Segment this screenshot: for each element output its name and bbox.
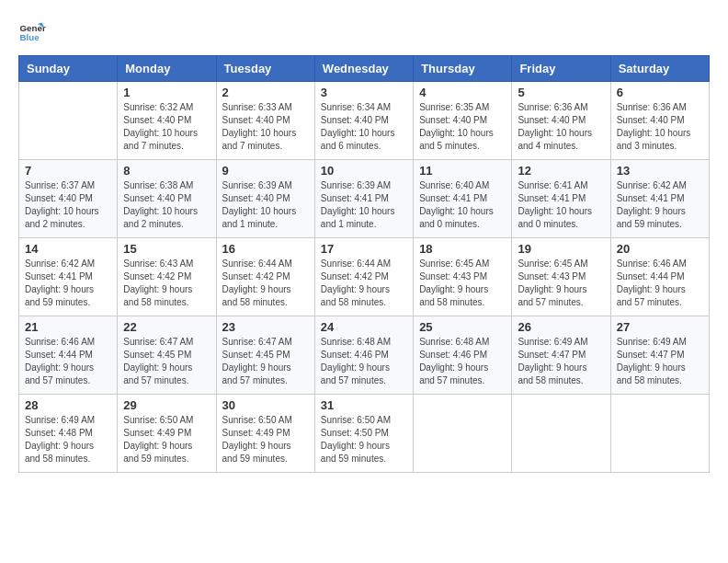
calendar-week-row: 14Sunrise: 6:42 AMSunset: 4:41 PMDayligh… <box>19 238 710 316</box>
day-number: 31 <box>321 398 407 412</box>
calendar-cell: 26Sunrise: 6:49 AMSunset: 4:47 PMDayligh… <box>512 316 610 395</box>
day-number: 7 <box>25 164 111 178</box>
calendar-cell: 13Sunrise: 6:42 AMSunset: 4:41 PMDayligh… <box>610 160 709 238</box>
calendar-cell: 7Sunrise: 6:37 AMSunset: 4:40 PMDaylight… <box>19 160 118 238</box>
day-number: 13 <box>617 164 703 178</box>
logo-icon: General Blue <box>18 18 46 46</box>
day-info: Sunrise: 6:40 AMSunset: 4:41 PMDaylight:… <box>419 179 506 231</box>
day-info: Sunrise: 6:49 AMSunset: 4:47 PMDaylight:… <box>617 336 703 387</box>
calendar-week-row: 7Sunrise: 6:37 AMSunset: 4:40 PMDaylight… <box>19 160 710 238</box>
day-info: Sunrise: 6:36 AMSunset: 4:40 PMDaylight:… <box>518 101 604 153</box>
calendar-cell: 30Sunrise: 6:50 AMSunset: 4:49 PMDayligh… <box>216 395 314 473</box>
day-info: Sunrise: 6:48 AMSunset: 4:46 PMDaylight:… <box>419 336 506 387</box>
calendar-week-row: 21Sunrise: 6:46 AMSunset: 4:44 PMDayligh… <box>19 316 710 395</box>
page-header: General Blue <box>18 18 710 46</box>
day-number: 10 <box>321 164 407 178</box>
calendar-cell: 12Sunrise: 6:41 AMSunset: 4:41 PMDayligh… <box>512 160 610 238</box>
day-info: Sunrise: 6:48 AMSunset: 4:46 PMDaylight:… <box>321 336 407 387</box>
day-number: 11 <box>419 164 506 178</box>
day-info: Sunrise: 6:42 AMSunset: 4:41 PMDaylight:… <box>25 258 111 309</box>
day-number: 25 <box>419 320 506 334</box>
calendar-cell: 20Sunrise: 6:46 AMSunset: 4:44 PMDayligh… <box>610 238 709 316</box>
day-number: 9 <box>222 164 309 178</box>
day-info: Sunrise: 6:42 AMSunset: 4:41 PMDaylight:… <box>617 179 703 231</box>
day-info: Sunrise: 6:45 AMSunset: 4:43 PMDaylight:… <box>419 258 506 309</box>
day-number: 21 <box>25 320 111 334</box>
calendar-cell: 14Sunrise: 6:42 AMSunset: 4:41 PMDayligh… <box>19 238 118 316</box>
day-info: Sunrise: 6:39 AMSunset: 4:40 PMDaylight:… <box>222 179 309 231</box>
calendar-cell: 6Sunrise: 6:36 AMSunset: 4:40 PMDaylight… <box>610 82 709 160</box>
day-number: 3 <box>321 86 407 99</box>
calendar-cell <box>610 395 709 473</box>
day-of-week-header: Sunday <box>19 56 118 82</box>
day-number: 2 <box>222 86 309 99</box>
calendar-cell: 3Sunrise: 6:34 AMSunset: 4:40 PMDaylight… <box>314 82 413 160</box>
day-info: Sunrise: 6:50 AMSunset: 4:50 PMDaylight:… <box>321 414 407 465</box>
calendar-cell: 8Sunrise: 6:38 AMSunset: 4:40 PMDaylight… <box>118 160 216 238</box>
calendar-cell: 25Sunrise: 6:48 AMSunset: 4:46 PMDayligh… <box>414 316 512 395</box>
day-info: Sunrise: 6:45 AMSunset: 4:43 PMDaylight:… <box>518 258 604 309</box>
day-number: 12 <box>518 164 604 178</box>
day-info: Sunrise: 6:34 AMSunset: 4:40 PMDaylight:… <box>321 101 407 153</box>
day-of-week-header: Friday <box>512 56 610 82</box>
day-number: 22 <box>123 320 210 334</box>
calendar-cell: 22Sunrise: 6:47 AMSunset: 4:45 PMDayligh… <box>118 316 216 395</box>
calendar-cell: 10Sunrise: 6:39 AMSunset: 4:41 PMDayligh… <box>314 160 413 238</box>
day-number: 23 <box>222 320 309 334</box>
day-number: 24 <box>321 320 407 334</box>
calendar-cell <box>19 82 118 160</box>
day-number: 19 <box>518 242 604 256</box>
day-number: 20 <box>617 242 703 256</box>
day-of-week-header: Tuesday <box>216 56 314 82</box>
calendar-cell: 29Sunrise: 6:50 AMSunset: 4:49 PMDayligh… <box>118 395 216 473</box>
day-info: Sunrise: 6:33 AMSunset: 4:40 PMDaylight:… <box>222 101 309 153</box>
calendar-cell <box>512 395 610 473</box>
calendar-week-row: 28Sunrise: 6:49 AMSunset: 4:48 PMDayligh… <box>19 395 710 473</box>
calendar-cell: 24Sunrise: 6:48 AMSunset: 4:46 PMDayligh… <box>314 316 413 395</box>
day-number: 29 <box>123 398 210 412</box>
day-number: 4 <box>419 86 506 99</box>
day-number: 27 <box>617 320 703 334</box>
calendar-cell: 5Sunrise: 6:36 AMSunset: 4:40 PMDaylight… <box>512 82 610 160</box>
day-info: Sunrise: 6:47 AMSunset: 4:45 PMDaylight:… <box>222 336 309 387</box>
day-number: 17 <box>321 242 407 256</box>
calendar-cell: 21Sunrise: 6:46 AMSunset: 4:44 PMDayligh… <box>19 316 118 395</box>
calendar-cell: 15Sunrise: 6:43 AMSunset: 4:42 PMDayligh… <box>118 238 216 316</box>
day-info: Sunrise: 6:38 AMSunset: 4:40 PMDaylight:… <box>123 179 210 231</box>
day-number: 16 <box>222 242 309 256</box>
calendar-cell: 16Sunrise: 6:44 AMSunset: 4:42 PMDayligh… <box>216 238 314 316</box>
day-info: Sunrise: 6:35 AMSunset: 4:40 PMDaylight:… <box>419 101 506 153</box>
day-info: Sunrise: 6:44 AMSunset: 4:42 PMDaylight:… <box>222 258 309 309</box>
day-info: Sunrise: 6:37 AMSunset: 4:40 PMDaylight:… <box>25 179 111 231</box>
day-info: Sunrise: 6:49 AMSunset: 4:48 PMDaylight:… <box>25 414 111 465</box>
svg-text:Blue: Blue <box>20 32 40 42</box>
day-info: Sunrise: 6:39 AMSunset: 4:41 PMDaylight:… <box>321 179 407 231</box>
day-info: Sunrise: 6:43 AMSunset: 4:42 PMDaylight:… <box>123 258 210 309</box>
day-info: Sunrise: 6:46 AMSunset: 4:44 PMDaylight:… <box>25 336 111 387</box>
day-number: 30 <box>222 398 309 412</box>
day-of-week-header: Thursday <box>414 56 512 82</box>
day-info: Sunrise: 6:41 AMSunset: 4:41 PMDaylight:… <box>518 179 604 231</box>
day-number: 8 <box>123 164 210 178</box>
calendar-cell: 19Sunrise: 6:45 AMSunset: 4:43 PMDayligh… <box>512 238 610 316</box>
calendar-cell: 28Sunrise: 6:49 AMSunset: 4:48 PMDayligh… <box>19 395 118 473</box>
calendar-week-row: 1Sunrise: 6:32 AMSunset: 4:40 PMDaylight… <box>19 82 710 160</box>
day-number: 6 <box>617 86 703 99</box>
calendar-cell: 17Sunrise: 6:44 AMSunset: 4:42 PMDayligh… <box>314 238 413 316</box>
day-info: Sunrise: 6:32 AMSunset: 4:40 PMDaylight:… <box>123 101 210 153</box>
calendar-cell: 4Sunrise: 6:35 AMSunset: 4:40 PMDaylight… <box>414 82 512 160</box>
calendar-table: SundayMondayTuesdayWednesdayThursdayFrid… <box>18 55 710 473</box>
day-number: 18 <box>419 242 506 256</box>
logo: General Blue <box>18 18 46 46</box>
day-info: Sunrise: 6:50 AMSunset: 4:49 PMDaylight:… <box>123 414 210 465</box>
calendar-cell: 27Sunrise: 6:49 AMSunset: 4:47 PMDayligh… <box>610 316 709 395</box>
day-number: 26 <box>518 320 604 334</box>
day-info: Sunrise: 6:44 AMSunset: 4:42 PMDaylight:… <box>321 258 407 309</box>
day-info: Sunrise: 6:49 AMSunset: 4:47 PMDaylight:… <box>518 336 604 387</box>
calendar-header-row: SundayMondayTuesdayWednesdayThursdayFrid… <box>19 56 710 82</box>
calendar-cell: 31Sunrise: 6:50 AMSunset: 4:50 PMDayligh… <box>314 395 413 473</box>
day-of-week-header: Wednesday <box>314 56 413 82</box>
calendar-cell: 9Sunrise: 6:39 AMSunset: 4:40 PMDaylight… <box>216 160 314 238</box>
day-number: 14 <box>25 242 111 256</box>
day-of-week-header: Monday <box>118 56 216 82</box>
